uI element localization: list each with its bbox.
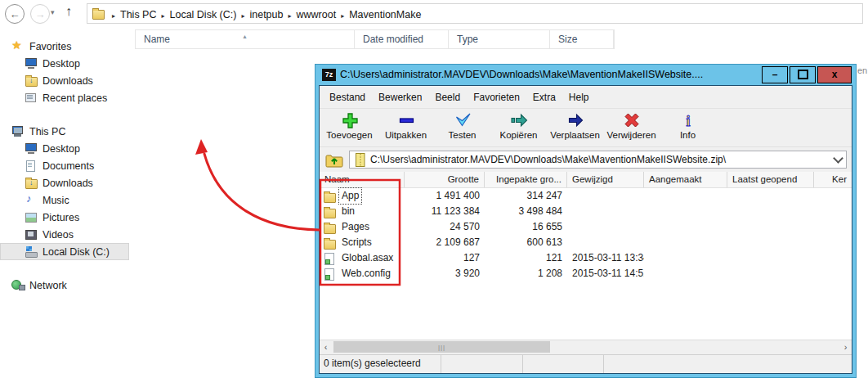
sidebar-item-network[interactable]: Network bbox=[0, 277, 129, 294]
breadcrumb-item[interactable]: wwwroot bbox=[293, 7, 340, 22]
scrollbar-thumb[interactable]: ||| bbox=[333, 341, 550, 353]
breadcrumb-separator-icon: ▸ bbox=[286, 12, 293, 20]
scroll-left-icon[interactable]: ‹ bbox=[320, 340, 332, 353]
sidebar-item-desktop[interactable]: Desktop bbox=[0, 140, 129, 157]
explorer-sidebar: FavoritesDesktopDownloadsRecent placesTh… bbox=[0, 38, 129, 294]
sidebar-item-desktop[interactable]: Desktop bbox=[0, 55, 129, 72]
table-row[interactable]: Global.asax1271212015-03-11 13:34 bbox=[320, 250, 852, 266]
horizontal-scrollbar[interactable]: ‹ ||| › bbox=[320, 340, 852, 354]
maximize-button[interactable] bbox=[790, 66, 816, 83]
breadcrumb-item[interactable]: Local Disk (C:) bbox=[166, 7, 239, 22]
table-row[interactable]: Web.config3 9201 2082015-03-11 14:51 bbox=[320, 266, 852, 281]
toolbar-button-label: Verwijderen bbox=[606, 130, 655, 140]
list-column-header[interactable]: Grootte bbox=[405, 172, 485, 187]
list-column-header[interactable]: Ker bbox=[814, 172, 852, 187]
toolbar-button-info[interactable]: iInfo bbox=[660, 109, 716, 145]
info-icon: i bbox=[678, 111, 698, 129]
toolbar-button-kopiren[interactable]: Kopiëren bbox=[490, 109, 547, 145]
music-icon bbox=[25, 194, 38, 206]
breadcrumb-item[interactable]: MaventionMake bbox=[346, 7, 424, 22]
forward-icon[interactable]: → bbox=[30, 4, 50, 24]
toolbar-button-toevoegen[interactable]: Toevoegen bbox=[321, 109, 378, 145]
status-cell bbox=[441, 355, 523, 373]
file-cell bbox=[567, 219, 644, 235]
file-name-label: bin bbox=[339, 204, 357, 219]
file-cell bbox=[814, 235, 852, 250]
menu-extra[interactable]: Extra bbox=[526, 92, 562, 103]
up-icon[interactable]: ↑ bbox=[65, 4, 72, 19]
back-icon[interactable]: ← bbox=[5, 4, 25, 24]
menu-favorieten[interactable]: Favorieten bbox=[467, 92, 526, 103]
archive-path: C:\Users\administrator.MAVDEV\Downloads\… bbox=[370, 154, 830, 165]
file-cell: 2015-03-11 14:51 bbox=[567, 266, 644, 281]
sevenzip-menubar: BestandBewerkenBeeldFavorietenExtraHelp bbox=[320, 86, 852, 109]
clipped-text-fragment: en bbox=[857, 65, 867, 75]
explorer-column-header[interactable]: Date modified bbox=[355, 30, 449, 48]
folder-icon bbox=[323, 206, 337, 218]
file-icon bbox=[323, 253, 337, 264]
menu-bestand[interactable]: Bestand bbox=[323, 92, 372, 103]
minimize-button[interactable]: – bbox=[762, 66, 788, 83]
breadcrumb: ▸This PC▸Local Disk (C:)▸inetpub▸wwwroot… bbox=[110, 7, 424, 21]
sidebar-item-documents[interactable]: Documents bbox=[0, 157, 129, 174]
extract-minus-icon bbox=[396, 111, 416, 129]
sidebar-item-label: This PC bbox=[29, 126, 65, 137]
breadcrumb-item[interactable]: inetpub bbox=[246, 7, 286, 22]
file-name-label: Scripts bbox=[339, 235, 374, 250]
sidebar-item-label: Desktop bbox=[43, 143, 80, 155]
menu-help[interactable]: Help bbox=[562, 92, 596, 103]
explorer-address-bar[interactable]: ▸This PC▸Local Disk (C:)▸inetpub▸wwwroot… bbox=[87, 3, 863, 24]
downloads-folder-icon bbox=[25, 177, 38, 189]
sidebar-item-this-pc[interactable]: This PC bbox=[0, 123, 129, 140]
toolbar-button-testen[interactable]: Testen bbox=[434, 109, 490, 145]
sidebar-item-label: Recent places bbox=[43, 92, 107, 104]
menu-beeld[interactable]: Beeld bbox=[428, 92, 467, 103]
menu-bewerken[interactable]: Bewerken bbox=[372, 92, 428, 103]
file-cell bbox=[814, 250, 852, 266]
sidebar-item-videos[interactable]: Videos bbox=[0, 226, 129, 243]
sidebar-item-label: Local Disk (C:) bbox=[43, 246, 110, 258]
sidebar-item-recent-places[interactable]: Recent places bbox=[0, 89, 129, 106]
file-name-label: Pages bbox=[339, 219, 372, 235]
table-row[interactable]: Scripts2 109 687600 613 bbox=[320, 235, 852, 250]
combobox-dropdown-icon[interactable] bbox=[833, 153, 843, 164]
sidebar-item-downloads[interactable]: Downloads bbox=[0, 72, 129, 89]
table-row[interactable]: Pages24 57016 655 bbox=[320, 219, 852, 235]
file-cell: 24 570 bbox=[405, 219, 485, 235]
toolbar-button-uitpakken[interactable]: Uitpakken bbox=[378, 109, 434, 145]
list-column-header[interactable]: Naam bbox=[320, 172, 405, 187]
list-column-header[interactable]: Aangemaakt bbox=[644, 172, 727, 187]
sidebar-item-music[interactable]: Music bbox=[0, 191, 129, 209]
file-cell bbox=[727, 204, 814, 219]
breadcrumb-item[interactable]: This PC bbox=[117, 7, 159, 22]
list-column-header[interactable]: Gewijzigd bbox=[567, 172, 644, 187]
explorer-column-header[interactable]: Type bbox=[449, 30, 550, 48]
list-column-header[interactable]: Ingepakte gro... bbox=[485, 172, 567, 187]
scroll-right-icon[interactable]: › bbox=[839, 340, 852, 353]
recent-locations-dropdown-icon[interactable]: ▾ bbox=[51, 8, 55, 16]
toolbar-button-verwijderen[interactable]: Verwijderen bbox=[603, 109, 660, 145]
sidebar-item-local-disk-c-[interactable]: Local Disk (C:) bbox=[0, 243, 129, 260]
file-name-cell: App bbox=[320, 188, 405, 204]
list-column-header[interactable]: Laatst geopend bbox=[727, 172, 814, 187]
toolbar-button-verplaatsen[interactable]: Verplaatsen bbox=[547, 109, 603, 145]
explorer-column-header[interactable]: Size bbox=[550, 30, 614, 48]
sevenzip-address-row: C:\Users\administrator.MAVDEV\Downloads\… bbox=[320, 147, 852, 172]
close-button[interactable]: x bbox=[817, 66, 852, 83]
sidebar-item-favorites[interactable]: Favorites bbox=[0, 38, 129, 55]
table-row[interactable]: App1 491 400314 247 bbox=[320, 188, 852, 204]
drive-icon bbox=[25, 245, 38, 258]
sidebar-item-downloads[interactable]: Downloads bbox=[0, 174, 129, 191]
table-row[interactable]: bin11 123 3843 498 484 bbox=[320, 204, 852, 219]
sevenzip-titlebar[interactable]: 7z C:\Users\administrator.MAVDEV\Downloa… bbox=[319, 64, 852, 85]
parent-folder-button[interactable] bbox=[324, 151, 344, 169]
sidebar-item-label: Music bbox=[43, 195, 69, 206]
file-cell: 600 613 bbox=[485, 235, 567, 250]
explorer-column-header[interactable]: Name▲ bbox=[136, 30, 355, 48]
toolbar-button-label: Info bbox=[680, 130, 696, 140]
svg-text:i: i bbox=[686, 113, 690, 129]
file-cell: 2 109 687 bbox=[405, 235, 485, 250]
archive-path-combobox[interactable]: C:\Users\administrator.MAVDEV\Downloads\… bbox=[349, 151, 847, 169]
sidebar-item-pictures[interactable]: Pictures bbox=[0, 209, 129, 226]
computer-icon bbox=[11, 125, 25, 137]
